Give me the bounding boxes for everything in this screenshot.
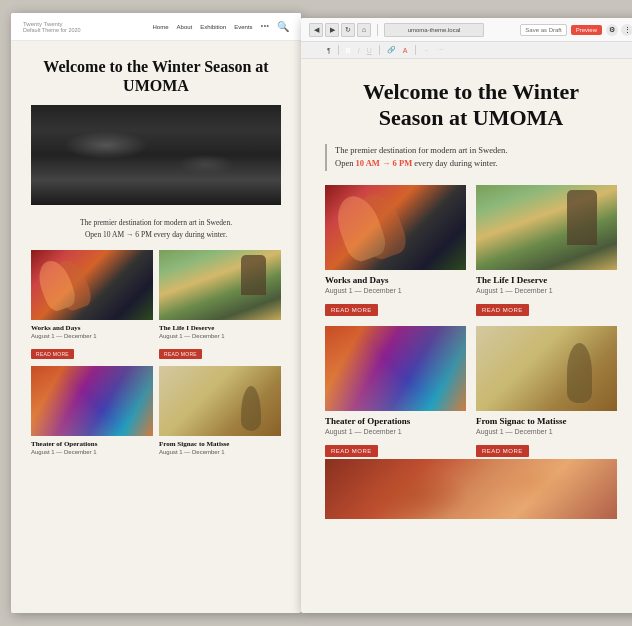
card-title-1: Works and Days xyxy=(31,324,153,332)
back-icon[interactable]: ◀ xyxy=(309,23,323,37)
list-item: From Signac to Matisse August 1 — Decemb… xyxy=(476,326,617,457)
list-item: Theater of Operations August 1 — Decembe… xyxy=(31,366,153,458)
right-card-grid-1: Works and Days August 1 — December 1 REA… xyxy=(325,185,617,316)
card-title-3: Theater of Operations xyxy=(31,440,153,448)
forward-icon[interactable]: ▶ xyxy=(325,23,339,37)
time-highlight: 10 AM → 6 PM xyxy=(356,158,413,168)
format-more[interactable]: ⋯ xyxy=(435,45,446,55)
card-date-2: August 1 — December 1 xyxy=(159,333,281,339)
list-item: From Signac to Matisse August 1 — Decemb… xyxy=(159,366,281,458)
sep3 xyxy=(415,45,416,55)
left-nav-links: Home About Exhibition Events ••• 🔍 xyxy=(153,21,289,32)
card-date-4: August 1 — December 1 xyxy=(159,449,281,455)
left-nav: Twenty Twenty Default Theme for 2020 Hom… xyxy=(11,13,301,41)
right-card-date-2: August 1 — December 1 xyxy=(476,287,617,294)
right-toolbar: ◀ ▶ ↻ ⌂ umoma-theme.local Save as Draft … xyxy=(301,18,632,42)
read-more-btn-1[interactable]: READ MORE xyxy=(31,349,74,359)
nav-link-home[interactable]: Home xyxy=(153,24,169,30)
right-card-img-3 xyxy=(325,326,466,411)
toolbar-separator-1 xyxy=(377,24,378,36)
home-icon[interactable]: ⌂ xyxy=(357,23,371,37)
right-card-img-1 xyxy=(325,185,466,270)
hero-pattern xyxy=(31,105,281,205)
left-logo: Twenty Twenty Default Theme for 2020 xyxy=(23,20,81,33)
card-image-3 xyxy=(31,366,153,436)
format-color[interactable]: A xyxy=(401,46,410,55)
left-content: Welcome to the Winter Season at UMOMA Th… xyxy=(11,41,301,458)
search-icon[interactable]: 🔍 xyxy=(277,21,289,32)
right-content: Welcome to the WinterSeason at UMOMA The… xyxy=(301,59,632,519)
card-date-3: August 1 — December 1 xyxy=(31,449,153,455)
left-panel: Twenty Twenty Default Theme for 2020 Hom… xyxy=(11,13,301,613)
format-arrow[interactable]: → xyxy=(421,46,432,55)
right-card-title-1: Works and Days xyxy=(325,275,466,285)
icon-buttons: ⚙ ⋮ xyxy=(606,24,632,36)
left-description: The premier destination for modern art i… xyxy=(31,217,281,240)
right-hero-title: Welcome to the WinterSeason at UMOMA xyxy=(325,79,617,132)
right-read-more-4[interactable]: READ MORE xyxy=(476,445,529,457)
cms-header-buttons: Save as Draft Preview ⚙ ⋮ xyxy=(520,24,632,36)
left-hero-image xyxy=(31,105,281,205)
list-item: Works and Days August 1 — December 1 REA… xyxy=(31,250,153,360)
right-read-more-3[interactable]: READ MORE xyxy=(325,445,378,457)
read-more-btn-2[interactable]: READ MORE xyxy=(159,349,202,359)
more-icon[interactable]: ⋮ xyxy=(621,24,632,36)
right-card-title-2: The Life I Deserve xyxy=(476,275,617,285)
preview-button[interactable]: Preview xyxy=(571,25,602,35)
left-card-grid: Works and Days August 1 — December 1 REA… xyxy=(31,250,281,360)
list-item: Works and Days August 1 — December 1 REA… xyxy=(325,185,466,316)
nav-link-about[interactable]: About xyxy=(177,24,193,30)
sep xyxy=(338,45,339,55)
address-bar[interactable]: umoma-theme.local xyxy=(384,23,484,37)
right-bottom-image xyxy=(325,459,617,519)
card-date-1: August 1 — December 1 xyxy=(31,333,153,339)
settings-icon[interactable]: ⚙ xyxy=(606,24,618,36)
card-image-4 xyxy=(159,366,281,436)
right-card-title-4: From Signac to Matisse xyxy=(476,416,617,426)
refresh-icon[interactable]: ↻ xyxy=(341,23,355,37)
nav-link-exhibition[interactable]: Exhibition xyxy=(200,24,226,30)
right-panel: ◀ ▶ ↻ ⌂ umoma-theme.local Save as Draft … xyxy=(301,18,632,613)
list-item: The Life I Deserve August 1 — December 1… xyxy=(476,185,617,316)
save-draft-button[interactable]: Save as Draft xyxy=(520,24,566,36)
right-card-grid-2: Theater of Operations August 1 — Decembe… xyxy=(325,326,617,457)
card-title-2: The Life I Deserve xyxy=(159,324,281,332)
list-item: Theater of Operations August 1 — Decembe… xyxy=(325,326,466,457)
card-title-4: From Signac to Matisse xyxy=(159,440,281,448)
card-image-2 xyxy=(159,250,281,320)
format-italic[interactable]: I xyxy=(356,46,362,55)
format-paragraph[interactable]: ¶ xyxy=(325,46,333,55)
right-card-date-4: August 1 — December 1 xyxy=(476,428,617,435)
nav-more-icon[interactable]: ••• xyxy=(261,22,269,31)
right-card-title-3: Theater of Operations xyxy=(325,416,466,426)
browser-controls: ◀ ▶ ↻ ⌂ xyxy=(309,23,371,37)
right-read-more-2[interactable]: READ MORE xyxy=(476,304,529,316)
text-format-toolbar: ¶ B I U 🔗 A → ⋯ xyxy=(301,42,632,59)
format-link[interactable]: 🔗 xyxy=(385,45,398,55)
right-card-img-4 xyxy=(476,326,617,411)
right-card-date-1: August 1 — December 1 xyxy=(325,287,466,294)
sep2 xyxy=(379,45,380,55)
right-read-more-1[interactable]: READ MORE xyxy=(325,304,378,316)
right-card-date-3: August 1 — December 1 xyxy=(325,428,466,435)
right-card-img-2 xyxy=(476,185,617,270)
left-card-grid-2: Theater of Operations August 1 — Decembe… xyxy=(31,366,281,458)
right-intro-text: The premier destination for modern art i… xyxy=(325,144,617,171)
nav-link-events[interactable]: Events xyxy=(234,24,252,30)
card-image-1 xyxy=(31,250,153,320)
format-bold[interactable]: B xyxy=(344,46,353,55)
format-underline[interactable]: U xyxy=(365,46,374,55)
left-hero-title: Welcome to the Winter Season at UMOMA xyxy=(31,57,281,95)
list-item: The Life I Deserve August 1 — December 1… xyxy=(159,250,281,360)
